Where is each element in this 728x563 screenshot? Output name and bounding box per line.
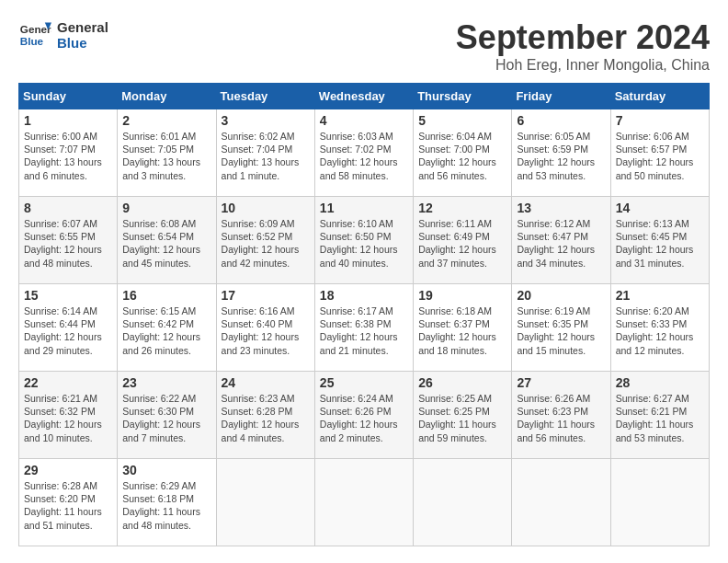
day-content: Sunrise: 6:29 AM Sunset: 6:18 PM Dayligh… [122, 479, 210, 532]
day-content: Sunrise: 6:04 AM Sunset: 7:00 PM Dayligh… [418, 130, 506, 182]
day-content: Sunrise: 6:27 AM Sunset: 6:21 PM Dayligh… [616, 392, 704, 444]
day-number: 22 [24, 375, 112, 390]
day-content: Sunrise: 6:25 AM Sunset: 6:25 PM Dayligh… [418, 392, 506, 444]
day-content: Sunrise: 6:05 AM Sunset: 6:59 PM Dayligh… [517, 130, 605, 182]
day-number: 11 [320, 201, 408, 215]
calendar-table: SundayMondayTuesdayWednesdayThursdayFrid… [18, 83, 710, 546]
calendar-cell-3-5: 19Sunrise: 6:18 AM Sunset: 6:37 PM Dayli… [414, 284, 512, 372]
day-content: Sunrise: 6:02 AM Sunset: 7:04 PM Dayligh… [222, 130, 310, 182]
svg-text:Blue: Blue [20, 35, 44, 47]
day-content: Sunrise: 6:23 AM Sunset: 6:28 PM Dayligh… [222, 392, 310, 444]
calendar-cell-5-7 [610, 459, 709, 546]
day-number: 10 [222, 201, 310, 215]
calendar-cell-5-4 [314, 459, 413, 546]
day-content: Sunrise: 6:13 AM Sunset: 6:45 PM Dayligh… [616, 217, 704, 270]
day-content: Sunrise: 6:17 AM Sunset: 6:38 PM Dayligh… [320, 304, 408, 357]
page-header: General Blue General Blue September 2024… [18, 18, 710, 74]
day-content: Sunrise: 6:18 AM Sunset: 6:37 PM Dayligh… [418, 304, 506, 357]
day-content: Sunrise: 6:21 AM Sunset: 6:32 PM Dayligh… [24, 392, 112, 444]
calendar-cell-3-6: 20Sunrise: 6:19 AM Sunset: 6:35 PM Dayli… [512, 284, 610, 372]
logo-blue: Blue [57, 35, 108, 51]
day-content: Sunrise: 6:15 AM Sunset: 6:42 PM Dayligh… [122, 304, 210, 357]
day-content: Sunrise: 6:06 AM Sunset: 6:57 PM Dayligh… [616, 130, 704, 182]
day-content: Sunrise: 6:00 AM Sunset: 7:07 PM Dayligh… [24, 130, 112, 182]
day-content: Sunrise: 6:12 AM Sunset: 6:47 PM Dayligh… [517, 217, 605, 270]
week-row-3: 15Sunrise: 6:14 AM Sunset: 6:44 PM Dayli… [19, 284, 710, 372]
calendar-cell-2-3: 10Sunrise: 6:09 AM Sunset: 6:52 PM Dayli… [216, 197, 314, 284]
day-number: 23 [122, 375, 210, 390]
calendar-cell-2-2: 9Sunrise: 6:08 AM Sunset: 6:54 PM Daylig… [118, 197, 216, 284]
calendar-cell-3-2: 16Sunrise: 6:15 AM Sunset: 6:42 PM Dayli… [118, 284, 216, 372]
logo: General Blue General Blue [18, 18, 108, 52]
week-row-4: 22Sunrise: 6:21 AM Sunset: 6:32 PM Dayli… [19, 372, 710, 459]
day-content: Sunrise: 6:01 AM Sunset: 7:05 PM Dayligh… [122, 130, 210, 182]
logo-general: General [57, 19, 108, 35]
day-number: 14 [616, 201, 704, 215]
calendar-cell-4-5: 26Sunrise: 6:25 AM Sunset: 6:25 PM Dayli… [414, 372, 512, 459]
day-number: 8 [24, 201, 112, 215]
calendar-cell-1-7: 7Sunrise: 6:06 AM Sunset: 6:57 PM Daylig… [610, 109, 709, 197]
calendar-cell-5-3 [216, 459, 314, 546]
day-number: 20 [517, 288, 605, 303]
day-number: 3 [222, 113, 310, 128]
weekday-header-row: SundayMondayTuesdayWednesdayThursdayFrid… [19, 84, 710, 109]
calendar-cell-5-2: 30Sunrise: 6:29 AM Sunset: 6:18 PM Dayli… [118, 459, 216, 546]
day-number: 9 [122, 201, 210, 215]
day-content: Sunrise: 6:28 AM Sunset: 6:20 PM Dayligh… [24, 479, 112, 532]
calendar-cell-2-1: 8Sunrise: 6:07 AM Sunset: 6:55 PM Daylig… [19, 197, 118, 284]
week-row-1: 1Sunrise: 6:00 AM Sunset: 7:07 PM Daylig… [19, 109, 710, 197]
calendar-cell-4-1: 22Sunrise: 6:21 AM Sunset: 6:32 PM Dayli… [19, 372, 118, 459]
weekday-header-tuesday: Tuesday [216, 84, 314, 109]
day-number: 26 [418, 375, 506, 390]
day-number: 29 [24, 463, 112, 477]
calendar-cell-3-7: 21Sunrise: 6:20 AM Sunset: 6:33 PM Dayli… [610, 284, 709, 372]
calendar-cell-5-1: 29Sunrise: 6:28 AM Sunset: 6:20 PM Dayli… [19, 459, 118, 546]
title-section: September 2024 Hoh Ereg, Inner Mongolia,… [456, 18, 710, 74]
day-number: 17 [222, 288, 310, 303]
day-content: Sunrise: 6:26 AM Sunset: 6:23 PM Dayligh… [517, 392, 605, 444]
weekday-header-monday: Monday [118, 84, 216, 109]
calendar-cell-1-1: 1Sunrise: 6:00 AM Sunset: 7:07 PM Daylig… [19, 109, 118, 197]
calendar-cell-1-2: 2Sunrise: 6:01 AM Sunset: 7:05 PM Daylig… [118, 109, 216, 197]
week-row-5: 29Sunrise: 6:28 AM Sunset: 6:20 PM Dayli… [19, 459, 710, 546]
day-content: Sunrise: 6:22 AM Sunset: 6:30 PM Dayligh… [122, 392, 210, 444]
day-number: 27 [517, 375, 605, 390]
day-content: Sunrise: 6:03 AM Sunset: 7:02 PM Dayligh… [320, 130, 408, 182]
weekday-header-friday: Friday [512, 84, 610, 109]
day-number: 12 [418, 201, 506, 215]
day-content: Sunrise: 6:19 AM Sunset: 6:35 PM Dayligh… [517, 304, 605, 357]
calendar-cell-1-4: 4Sunrise: 6:03 AM Sunset: 7:02 PM Daylig… [314, 109, 413, 197]
weekday-header-wednesday: Wednesday [314, 84, 413, 109]
calendar-cell-2-5: 12Sunrise: 6:11 AM Sunset: 6:49 PM Dayli… [414, 197, 512, 284]
calendar-cell-3-4: 18Sunrise: 6:17 AM Sunset: 6:38 PM Dayli… [314, 284, 413, 372]
day-content: Sunrise: 6:20 AM Sunset: 6:33 PM Dayligh… [616, 304, 704, 357]
calendar-cell-1-5: 5Sunrise: 6:04 AM Sunset: 7:00 PM Daylig… [414, 109, 512, 197]
calendar-cell-1-6: 6Sunrise: 6:05 AM Sunset: 6:59 PM Daylig… [512, 109, 610, 197]
week-row-2: 8Sunrise: 6:07 AM Sunset: 6:55 PM Daylig… [19, 197, 710, 284]
day-content: Sunrise: 6:14 AM Sunset: 6:44 PM Dayligh… [24, 304, 112, 357]
calendar-cell-2-7: 14Sunrise: 6:13 AM Sunset: 6:45 PM Dayli… [610, 197, 709, 284]
day-number: 13 [517, 201, 605, 215]
day-number: 18 [320, 288, 408, 303]
logo-icon: General Blue [18, 18, 51, 52]
day-content: Sunrise: 6:11 AM Sunset: 6:49 PM Dayligh… [418, 217, 506, 270]
weekday-header-sunday: Sunday [19, 84, 118, 109]
calendar-cell-2-4: 11Sunrise: 6:10 AM Sunset: 6:50 PM Dayli… [314, 197, 413, 284]
location-subtitle: Hoh Ereg, Inner Mongolia, China [456, 57, 710, 74]
calendar-cell-4-6: 27Sunrise: 6:26 AM Sunset: 6:23 PM Dayli… [512, 372, 610, 459]
calendar-cell-3-1: 15Sunrise: 6:14 AM Sunset: 6:44 PM Dayli… [19, 284, 118, 372]
calendar-cell-1-3: 3Sunrise: 6:02 AM Sunset: 7:04 PM Daylig… [216, 109, 314, 197]
calendar-cell-4-7: 28Sunrise: 6:27 AM Sunset: 6:21 PM Dayli… [610, 372, 709, 459]
calendar-cell-4-3: 24Sunrise: 6:23 AM Sunset: 6:28 PM Dayli… [216, 372, 314, 459]
day-number: 2 [122, 113, 210, 128]
day-number: 19 [418, 288, 506, 303]
day-number: 15 [24, 288, 112, 303]
day-number: 25 [320, 375, 408, 390]
calendar-cell-5-6 [512, 459, 610, 546]
day-content: Sunrise: 6:10 AM Sunset: 6:50 PM Dayligh… [320, 217, 408, 270]
weekday-header-thursday: Thursday [414, 84, 512, 109]
calendar-cell-4-4: 25Sunrise: 6:24 AM Sunset: 6:26 PM Dayli… [314, 372, 413, 459]
day-number: 6 [517, 113, 605, 128]
weekday-header-saturday: Saturday [610, 84, 709, 109]
day-number: 24 [222, 375, 310, 390]
